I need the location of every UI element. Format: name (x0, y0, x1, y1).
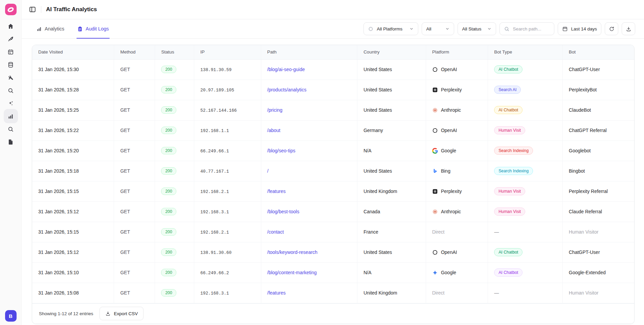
type-filter-select[interactable]: All (422, 22, 454, 35)
path-link[interactable]: /features (267, 189, 286, 194)
sidebar-item-document[interactable] (4, 135, 18, 148)
path-link[interactable]: /blog/seo-tips (267, 148, 295, 153)
cell-platform: Direct (426, 283, 488, 303)
path-link[interactable]: /about (267, 128, 281, 133)
cell-status: 200 (155, 283, 194, 303)
platform-label: Perplexity (441, 189, 462, 194)
cell-date: 31 Jan 2026, 15:15 (32, 181, 114, 201)
platform-label: Google (441, 270, 456, 275)
cell-ip: 192.168.2.1 (194, 181, 261, 201)
cell-bot-type: — (488, 222, 563, 242)
titlebar: AI Traffic Analytics (22, 0, 644, 19)
cell-path: /products/analytics (261, 80, 357, 100)
path-link[interactable]: /pricing (267, 107, 283, 113)
status-badge: 200 (161, 248, 176, 256)
cell-platform: Anthropic (426, 201, 488, 222)
cell-method: GET (114, 80, 155, 100)
cell-date: 31 Jan 2026, 15:22 (32, 120, 114, 140)
cell-path: /pricing (261, 100, 357, 120)
path-link[interactable]: /blog/best-tools (267, 209, 299, 214)
path-link[interactable]: /features (267, 290, 286, 296)
cell-bot-type: Search AI (488, 80, 563, 100)
sidebar-item-sparkles[interactable] (4, 97, 18, 110)
cell-bot-type: AI Chatbot (488, 262, 563, 283)
app-logo[interactable] (5, 4, 17, 15)
search-icon (7, 87, 14, 94)
status-badge: 200 (161, 86, 176, 93)
refresh-button[interactable] (605, 22, 618, 35)
table-row: 31 Jan 2026, 15:12GET200138.91.30.60/too… (32, 242, 634, 262)
entries-summary: Showing 1-12 of 12 entries (39, 311, 93, 316)
status-badge: 200 (161, 228, 176, 236)
cell-method: GET (114, 59, 155, 80)
col-date-visited: Date Visited (32, 45, 114, 59)
path-link[interactable]: /contact (267, 229, 284, 235)
cell-bot-type: AI Chatbot (488, 242, 563, 262)
date-range-value: Last 14 days (571, 26, 597, 31)
path-link[interactable]: /tools/keyword-research (267, 250, 318, 255)
bot-type-badge: AI Chatbot (494, 248, 523, 256)
search-field[interactable] (499, 22, 554, 35)
sidebar-item-database[interactable] (4, 58, 18, 71)
clipboard-icon (77, 26, 83, 32)
export-csv-label: Export CSV (114, 311, 138, 316)
table-body: 31 Jan 2026, 15:30GET200138.91.30.59/blo… (32, 59, 634, 303)
tab-analytics[interactable]: Analytics (36, 19, 65, 38)
status-filter-select[interactable]: All Status (458, 22, 496, 35)
bot-type-badge: Human Visit (494, 208, 525, 216)
cell-country: Canada (357, 201, 426, 222)
date-range-button[interactable]: Last 14 days (558, 22, 601, 35)
path-link[interactable]: / (267, 168, 269, 174)
platform-filter-select[interactable]: All Platforms (363, 22, 418, 35)
table-row: 31 Jan 2026, 15:12GET200192.168.3.1/blog… (32, 201, 634, 222)
cell-method: GET (114, 120, 155, 140)
cell-platform: OpenAI (426, 59, 488, 80)
anthropic-icon (432, 209, 438, 215)
cell-country: United States (357, 100, 426, 120)
page-title: AI Traffic Analytics (46, 6, 97, 13)
avatar[interactable]: B (5, 310, 17, 322)
cell-status: 200 (155, 222, 194, 242)
cell-date: 31 Jan 2026, 15:10 (32, 262, 114, 283)
cell-platform: Perplexity (426, 181, 488, 201)
bot-type-empty: — (494, 290, 499, 296)
cell-ip: 192.168.3.1 (194, 201, 261, 222)
cell-ip: 192.168.2.1 (194, 222, 261, 242)
bot-type-badge: AI Chatbot (494, 268, 523, 277)
download-button[interactable] (622, 22, 635, 35)
cell-bot-type: — (488, 283, 563, 303)
cell-path: /blog/ai-seo-guide (261, 59, 357, 80)
panel-toggle-icon[interactable] (29, 6, 36, 13)
cell-path: /blog/content-marketing (261, 262, 357, 283)
audit-log-table: Date Visited Method Status IP Path Count… (32, 45, 634, 303)
sidebar-item-search-2[interactable] (4, 123, 18, 135)
cell-ip: 192.168.1.1 (194, 120, 261, 140)
chevron-down-icon (445, 26, 450, 31)
path-link[interactable]: /blog/ai-seo-guide (267, 67, 305, 72)
gemini-icon (432, 270, 438, 276)
cell-bot-type: Human Visit (488, 201, 563, 222)
path-link[interactable]: /blog/content-marketing (267, 270, 317, 275)
sidebar-item-search[interactable] (4, 84, 18, 97)
sidebar-item-home[interactable] (4, 20, 18, 32)
tab-audit-logs[interactable]: Audit Logs (76, 19, 110, 38)
sidebar-item-calendar[interactable] (4, 45, 18, 58)
status-badge: 200 (161, 269, 176, 276)
sidebar-item-rocket[interactable] (4, 32, 18, 45)
cell-country: France (357, 222, 426, 242)
cell-path: / (261, 161, 357, 181)
sidebar-item-tools[interactable] (4, 71, 18, 84)
audit-log-card: Date Visited Method Status IP Path Count… (32, 45, 635, 324)
col-country: Country (357, 45, 426, 59)
cell-country: N/A (357, 140, 426, 161)
table-row: 31 Jan 2026, 15:10GET20066.249.66.2/blog… (32, 262, 634, 283)
cell-country: United States (357, 161, 426, 181)
cell-ip: 66.249.66.2 (194, 262, 261, 283)
search-input[interactable] (513, 26, 550, 31)
cell-date: 31 Jan 2026, 15:12 (32, 201, 114, 222)
sidebar-item-analytics[interactable] (4, 109, 18, 123)
path-link[interactable]: /products/analytics (267, 87, 307, 92)
platform-label: Perplexity (441, 87, 462, 92)
export-csv-button[interactable]: Export CSV (99, 307, 144, 320)
status-badge: 200 (161, 208, 176, 215)
